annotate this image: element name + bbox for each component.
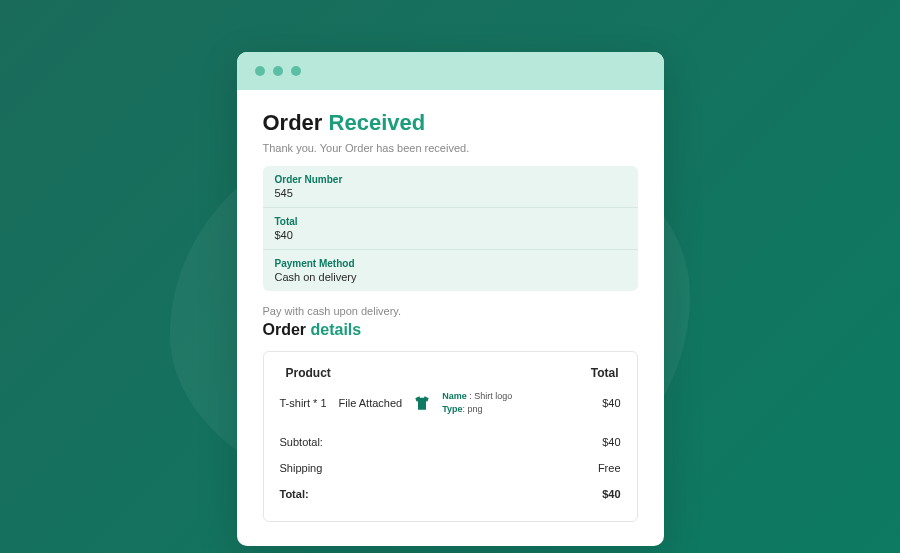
details-title: Order details bbox=[263, 321, 638, 339]
product-name-qty: T-shirt * 1 bbox=[280, 397, 327, 409]
product-left: T-shirt * 1 File Attached Name : Shirt l… bbox=[280, 390, 513, 415]
summary-row-payment: Payment Method Cash on delivery bbox=[263, 250, 638, 291]
shipping-value: Free bbox=[598, 462, 621, 474]
total-row: Total: $40 bbox=[280, 481, 621, 507]
product-row: T-shirt * 1 File Attached Name : Shirt l… bbox=[280, 390, 621, 415]
order-summary-box: Order Number 545 Total $40 Payment Metho… bbox=[263, 166, 638, 291]
details-title-prefix: Order bbox=[263, 321, 311, 338]
details-header: Product Total bbox=[280, 366, 621, 380]
file-meta-name-value: : Shirt logo bbox=[467, 391, 513, 401]
page-title: Order Received bbox=[263, 110, 638, 136]
subtotal-label: Subtotal: bbox=[280, 436, 323, 448]
summary-total-value: $40 bbox=[275, 229, 626, 241]
order-number-label: Order Number bbox=[275, 174, 626, 185]
window-dot-1 bbox=[255, 66, 265, 76]
window-dot-2 bbox=[273, 66, 283, 76]
thank-you-text: Thank you. Your Order has been received. bbox=[263, 142, 638, 154]
shipping-label: Shipping bbox=[280, 462, 323, 474]
file-attached-label: File Attached bbox=[339, 397, 403, 409]
file-meta-name-label: Name bbox=[442, 391, 467, 401]
file-meta-type-value: : png bbox=[463, 404, 483, 414]
product-price: $40 bbox=[602, 397, 620, 409]
order-window: Order Received Thank you. Your Order has… bbox=[237, 52, 664, 546]
tshirt-icon bbox=[414, 395, 430, 411]
payment-method-value: Cash on delivery bbox=[275, 271, 626, 283]
col-product-header: Product bbox=[280, 366, 331, 380]
window-titlebar bbox=[237, 52, 664, 90]
page-title-prefix: Order bbox=[263, 110, 329, 135]
summary-total-label: Total bbox=[275, 216, 626, 227]
order-number-value: 545 bbox=[275, 187, 626, 199]
page-title-accent: Received bbox=[329, 110, 426, 135]
file-meta-type-row: Type: png bbox=[442, 403, 512, 416]
payment-method-label: Payment Method bbox=[275, 258, 626, 269]
order-details-box: Product Total T-shirt * 1 File Attached … bbox=[263, 351, 638, 522]
col-total-header: Total bbox=[591, 366, 621, 380]
shipping-row: Shipping Free bbox=[280, 455, 621, 481]
file-meta-type-label: Type bbox=[442, 404, 462, 414]
summary-row-total: Total $40 bbox=[263, 208, 638, 250]
window-content: Order Received Thank you. Your Order has… bbox=[237, 90, 664, 546]
total-label: Total: bbox=[280, 488, 309, 500]
subtotal-row: Subtotal: $40 bbox=[280, 429, 621, 455]
subtotal-value: $40 bbox=[602, 436, 620, 448]
file-meta-name-row: Name : Shirt logo bbox=[442, 390, 512, 403]
window-dot-3 bbox=[291, 66, 301, 76]
details-title-accent: details bbox=[311, 321, 362, 338]
total-value: $40 bbox=[602, 488, 620, 500]
file-meta: Name : Shirt logo Type: png bbox=[442, 390, 512, 415]
summary-row-order-number: Order Number 545 bbox=[263, 166, 638, 208]
pay-note: Pay with cash upon delivery. bbox=[263, 305, 638, 317]
